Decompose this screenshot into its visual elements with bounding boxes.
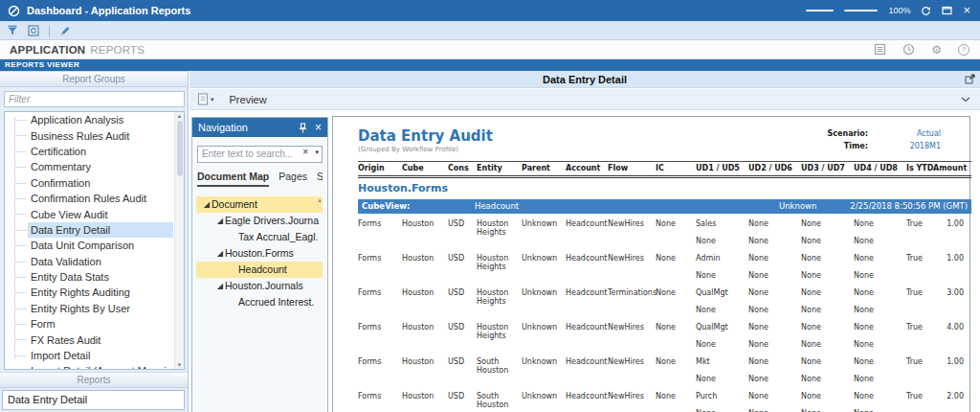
cell-value-secondary: None	[854, 306, 906, 314]
cell-ud1: QualMgtNone	[696, 323, 748, 352]
cell-is_ytd: True	[906, 392, 933, 412]
nav-tab[interactable]: Se	[317, 171, 323, 187]
pin-icon[interactable]	[299, 123, 307, 133]
report-list-item[interactable]: Data Entry Detail	[3, 391, 184, 409]
cell-value: Terminations	[608, 288, 656, 297]
cell-is_ytd: True	[906, 254, 933, 283]
report-group-item[interactable]: Import Detail (Account Mapping)	[28, 363, 173, 370]
close-icon[interactable]: ×	[963, 5, 970, 16]
cell-ud2: NoneNone	[748, 392, 801, 412]
report-group-item[interactable]: Cube View Audit	[28, 206, 173, 221]
report-group-item[interactable]: Application Analysis	[28, 112, 173, 127]
cell-value: None	[656, 219, 696, 228]
export-dropdown-caret[interactable]: ▾	[211, 96, 214, 103]
popout-icon[interactable]	[965, 74, 975, 84]
cell-ud1: PurchNone	[696, 392, 748, 412]
report-group-item[interactable]: Entity Rights Auditing	[28, 285, 173, 300]
report-group-item[interactable]: Confirmation Rules Audit	[28, 191, 173, 206]
tree-scrollbar[interactable]: ▲ ▼	[174, 112, 184, 369]
cell-value: None	[801, 392, 854, 401]
report-meta: Scenario: Actual Time: 2018M1	[809, 129, 941, 150]
cell-origin: Forms	[358, 288, 402, 317]
report-group-item[interactable]: Data Validation	[28, 254, 173, 269]
nav-tree-item[interactable]: Houston.Journals	[196, 278, 323, 294]
report-group-item[interactable]: Business Rules Audit	[28, 127, 173, 143]
nav-tree-item[interactable]: Headcount	[196, 262, 323, 278]
nav-tab[interactable]: Document Map	[197, 171, 269, 187]
cell-amount: 1.00	[933, 357, 971, 386]
report-groups-tree: Application AnalysisBusiness Rules Audit…	[4, 111, 185, 370]
scroll-up-icon[interactable]: ▲	[177, 113, 183, 119]
nav-tree-item[interactable]: Eagle Drivers.Journa	[196, 213, 323, 229]
refresh-icon[interactable]	[921, 6, 931, 16]
clock-icon[interactable]	[902, 43, 915, 56]
collapse-chevron-icon[interactable]	[961, 97, 970, 103]
cell-value: Forms	[358, 392, 402, 401]
clear-search-icon[interactable]: ×	[302, 147, 308, 157]
cell-value-secondary: None	[696, 271, 748, 280]
refresh-dashboard-icon[interactable]	[28, 25, 39, 36]
report-group-item[interactable]: Data Entry Detail	[28, 222, 173, 238]
cell-value: None	[854, 254, 906, 263]
report-group-item[interactable]: Commentary	[28, 159, 173, 174]
nav-tree-item[interactable]: Houston.Forms	[196, 245, 323, 262]
report-group-item[interactable]: Certification	[28, 144, 173, 159]
restore-window-icon[interactable]	[942, 6, 952, 15]
zoom-slider-track-right[interactable]	[844, 10, 878, 11]
filter-input[interactable]	[4, 91, 185, 107]
cell-value: USD	[448, 357, 477, 366]
filter-icon[interactable]	[7, 25, 18, 36]
navigation-panel: Navigation × × ▾ Document MapPagesSe	[192, 118, 327, 412]
scroll-thumb[interactable]	[177, 121, 183, 176]
report-group-item[interactable]: Data Unit Comparison	[28, 238, 173, 253]
edit-pencil-icon[interactable]	[59, 25, 71, 36]
cell-ud3: NoneNone	[801, 288, 854, 317]
cell-value: Headcount	[566, 288, 608, 297]
settings-gear-icon[interactable]: ⚙	[931, 44, 942, 56]
search-options-caret-icon[interactable]: ▾	[315, 149, 319, 156]
expander-icon[interactable]	[214, 249, 225, 258]
nav-tree-item[interactable]: Document	[196, 196, 323, 213]
report-group-item[interactable]: Entity Data Stats	[28, 269, 173, 285]
report-group-label: Cube View Audit	[31, 209, 108, 220]
tree-connector	[14, 167, 27, 168]
cell-value: Forms	[358, 219, 402, 228]
cell-parent: Unknown	[522, 254, 566, 283]
cell-cube: Houston	[402, 288, 448, 317]
help-icon[interactable]: ?	[958, 44, 969, 56]
report-group-item[interactable]: Entity Rights By User	[28, 301, 173, 316]
cell-value: None	[801, 288, 854, 297]
report-group-item[interactable]: FX Rates Audit	[28, 332, 173, 347]
nav-tab[interactable]: Pages	[278, 171, 307, 187]
scroll-down-icon[interactable]: ▼	[177, 362, 183, 368]
export-document-icon[interactable]	[197, 93, 209, 105]
document-list-icon[interactable]	[874, 43, 886, 56]
cell-entity: Houston Heights	[477, 323, 522, 352]
cubeview-bar: CubeView: Headcount Unknown 2/25/2018 8:…	[358, 199, 971, 214]
tree-scroll-up-icon[interactable]: ▲	[317, 197, 323, 203]
cell-ud3: NoneNone	[801, 323, 854, 352]
cell-ud4: NoneNone	[854, 288, 906, 317]
cubeview-label: CubeView:	[362, 199, 411, 214]
expander-icon[interactable]	[214, 282, 225, 290]
cell-value: Forms	[358, 323, 402, 332]
nav-tree-item[interactable]: Accrued Interest.	[196, 294, 323, 310]
nav-tree-label: Houston.Journals	[225, 280, 303, 291]
navigation-panel-header[interactable]: Navigation ×	[192, 118, 327, 137]
tree-connector	[14, 230, 27, 231]
nav-tree-label: Houston.Forms	[225, 247, 294, 259]
cell-value: NewHires	[608, 392, 656, 401]
cell-value: None	[748, 323, 801, 332]
expander-icon[interactable]	[201, 200, 212, 209]
report-group-item[interactable]: Import Detail	[28, 348, 173, 363]
zoom-slider-track-left[interactable]	[806, 10, 834, 11]
report-group-item[interactable]: Confirmation	[28, 175, 173, 191]
expander-icon[interactable]	[214, 217, 225, 225]
report-group-item[interactable]: Form	[28, 316, 173, 332]
close-navigation-icon[interactable]: ×	[315, 123, 322, 132]
cell-account: Headcount	[566, 392, 608, 412]
nav-tree-item[interactable]: Tax Accrual_Eagl.	[196, 229, 323, 245]
cell-value: USD	[448, 392, 477, 401]
cell-value: Unknown	[522, 323, 566, 332]
cell-is_ytd: True	[906, 219, 933, 248]
